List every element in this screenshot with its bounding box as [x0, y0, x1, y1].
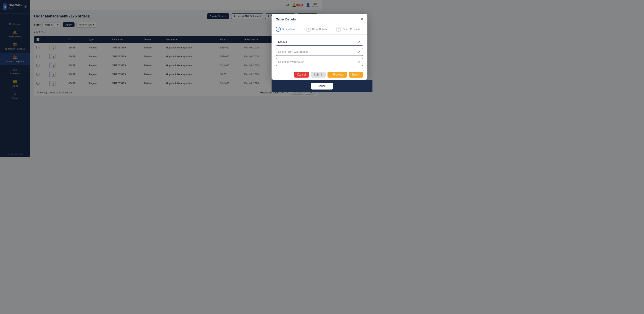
- step-2-label: Basic Details: [312, 28, 322, 31]
- to-warehouse-placeholder: Select To Warehouse: [278, 60, 322, 64]
- modal-wrapper: Order Details ✕ 1 Tenant Info › 2 Basic …: [272, 14, 322, 92]
- step-arrow-1: ›: [304, 27, 305, 31]
- cancel-button[interactable]: Cancel: [294, 72, 309, 78]
- order-details-modal: Order Details ✕ 1 Tenant Info › 2 Basic …: [272, 14, 322, 80]
- modal-overlay: Order Details ✕ 1 Tenant Info › 2 Basic …: [0, 0, 322, 157]
- modal-body: Default ✕ Select From Warehouse ✕ Select…: [272, 35, 322, 69]
- from-warehouse-placeholder: Select From Warehouse: [278, 50, 322, 54]
- stepper: 1 Tenant Info › 2 Basic Details › 3 Sele…: [272, 24, 322, 35]
- tenant-field[interactable]: Default ✕: [276, 38, 322, 46]
- modal-title: Order Details: [276, 18, 296, 21]
- tenant-value: Default: [278, 40, 322, 43]
- modal-header: Order Details ✕: [272, 14, 322, 24]
- step-1-label: Tenant Info: [282, 28, 294, 31]
- from-warehouse-field[interactable]: Select From Warehouse ✕: [276, 48, 322, 56]
- step-1-tenant-info[interactable]: 1 Tenant Info: [276, 27, 303, 32]
- modal-bottom-bar: Cancel: [272, 80, 322, 92]
- to-warehouse-field[interactable]: Select To Warehouse ✕: [276, 58, 322, 66]
- bottom-cancel-button[interactable]: Cancel: [311, 83, 322, 90]
- step-1-number: 1: [276, 27, 281, 32]
- step-2-basic-details[interactable]: 2 Basic Details: [306, 27, 322, 32]
- step-2-number: 2: [306, 27, 311, 32]
- modal-footer: Cancel Submit < Previous Next >: [272, 69, 322, 80]
- submit-button[interactable]: Submit: [311, 72, 322, 78]
